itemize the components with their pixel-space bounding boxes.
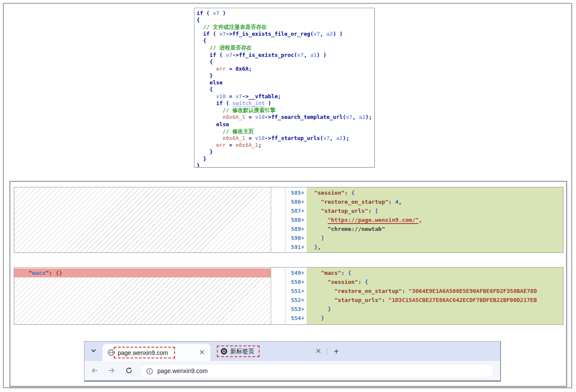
diff-line-number-gutter: 549+550+551+552+553+554+ [285, 268, 307, 324]
diff-pane-spacer [271, 187, 285, 252]
code-line: // 文件或注册表是否存在 [197, 24, 373, 31]
diff-added-row: } [307, 305, 563, 314]
code-line: // 修改默认搜索引擎 [197, 107, 373, 114]
line-number: 551+ [285, 286, 307, 296]
diff-added-row: }, [307, 243, 563, 252]
back-arrow-icon [91, 367, 98, 376]
reload-icon [125, 367, 133, 376]
code-line: } [197, 156, 373, 162]
forward-button[interactable] [107, 367, 116, 376]
line-number: 552+ [285, 296, 307, 305]
line-number: 585+ [285, 188, 307, 197]
line-number: 586+ [285, 197, 307, 206]
diff-added-row: "restore_on_startup": 4, [307, 197, 563, 206]
tab-active[interactable]: page.wenxin9.com [103, 344, 210, 361]
code-line: { [197, 17, 373, 24]
diff-added-row: "restore_on_startup": "3064E9E1A6A508E5E… [307, 286, 563, 296]
diff-added-row: "session": { [307, 277, 563, 286]
code-line: n0x6A_1 = v10->ff_startup_urls(v7, a2); [197, 135, 373, 142]
diff-line-number-gutter: 585+586+587+588+589+590+591+ [285, 187, 307, 252]
code-line: { [197, 86, 373, 93]
annotation-box-newtab-title: 新标签页 [217, 345, 260, 357]
diff-pane-spacer [271, 268, 285, 324]
tab-strip: page.wenxin9.com [85, 342, 500, 361]
code-line: if ( v7->ff_is_exists_file_or_reg(v7, a2… [197, 31, 373, 37]
line-number: 591+ [285, 243, 307, 252]
diff-added-row: "chrome://newtab" [307, 224, 563, 233]
tab-close-button[interactable] [198, 349, 205, 356]
diff-block-session: 585+586+587+588+589+590+591+ "session": … [14, 187, 563, 253]
empty-hatch-area [14, 277, 271, 324]
diff-added-row: "session": { [307, 188, 563, 197]
code-line: // 修改主页 [197, 128, 373, 135]
diff-added-row: ] [307, 233, 563, 243]
line-number: 549+ [285, 268, 307, 277]
line-number: 589+ [285, 224, 307, 233]
empty-hatch-area [14, 188, 271, 252]
diff-removed-row: "macs": {} [14, 268, 271, 277]
code-line: n0x6A_1 = v10->ff_search_template_url(v7… [197, 114, 373, 121]
forward-arrow-icon [108, 367, 116, 376]
diff-added-row: "macs": { [307, 268, 563, 277]
diff-block-macs: "macs": {} 549+550+551+552+553+554+ "mac… [14, 267, 563, 325]
code-line: err = 0x6A; [197, 65, 373, 72]
diff-added-row: } [307, 314, 563, 323]
line-number: 588+ [285, 215, 307, 224]
address-text[interactable]: page.wenxin9.com [157, 364, 208, 378]
code-line: } [197, 72, 373, 79]
diff-left-pane [14, 187, 271, 252]
tab-close-button[interactable] [315, 348, 322, 355]
new-tab-favicon-icon [220, 348, 228, 355]
tab-title: page.wenxin9.com [118, 349, 168, 356]
line-number: 550+ [285, 277, 307, 286]
diff-right-pane: "macs": { "session": { "restore_on_start… [307, 268, 563, 324]
code-line: if ( v7 ) [197, 10, 373, 17]
code-line: // 进程是否存在 [197, 44, 373, 51]
code-line: v10 = v7->__vftable; [197, 93, 373, 100]
diff-right-pane: "session": { "restore_on_startup": 4, "s… [307, 187, 563, 252]
pseudocode-panel: if ( v7 ){ // 文件或注册表是否存在 if ( v7->ff_is_… [194, 8, 375, 168]
annotation-box-active-tab-title: page.wenxin9.com [114, 347, 175, 358]
new-tab-button[interactable]: + [331, 346, 341, 357]
diff-added-row: "startup_urls": "1D3C15A5CBE27E86AC642EC… [307, 296, 563, 305]
tab-title[interactable]: 新标签页 [230, 348, 254, 355]
line-number: 554+ [285, 314, 307, 323]
screenshot-canvas: if ( v7 ){ // 文件或注册表是否存在 if ( v7->ff_is_… [0, 0, 576, 392]
diff-left-pane: "macs": {} [14, 268, 271, 324]
tab-divider [327, 348, 327, 355]
reload-button[interactable] [124, 367, 134, 376]
browser-window: page.wenxin9.com [84, 341, 501, 382]
address-bar[interactable]: page.wenxin9.com [140, 364, 494, 378]
chevron-down-icon [91, 348, 97, 355]
diff-added-row: "https://page.wenxin9.com/", [307, 215, 563, 224]
close-icon [316, 347, 321, 355]
code-line: { [197, 37, 373, 44]
line-number: 553+ [285, 305, 307, 314]
close-icon [200, 348, 204, 356]
evidence-container: 585+586+587+588+589+590+591+ "session": … [9, 181, 567, 387]
line-number: 590+ [285, 233, 307, 243]
code-line: } [197, 162, 373, 168]
line-number: 587+ [285, 206, 307, 215]
code-line: if ( switch_int ) [197, 100, 373, 107]
code-line: else [197, 121, 373, 128]
diff-added-row: "startup_urls": [ [307, 206, 563, 215]
info-icon[interactable] [146, 367, 153, 375]
code-line: { [197, 59, 373, 65]
browser-toolbar: page.wenxin9.com [85, 361, 500, 380]
back-button[interactable] [90, 367, 99, 376]
code-line: err = n0x6A_1; [197, 142, 373, 149]
tab-search-button[interactable] [89, 347, 98, 356]
code-line: if ( v7->ff_is_exists_proc(v7, a1) ) [197, 52, 373, 59]
code-line: else [197, 79, 373, 86]
plus-icon: + [334, 347, 339, 357]
code-line: } [197, 149, 373, 156]
